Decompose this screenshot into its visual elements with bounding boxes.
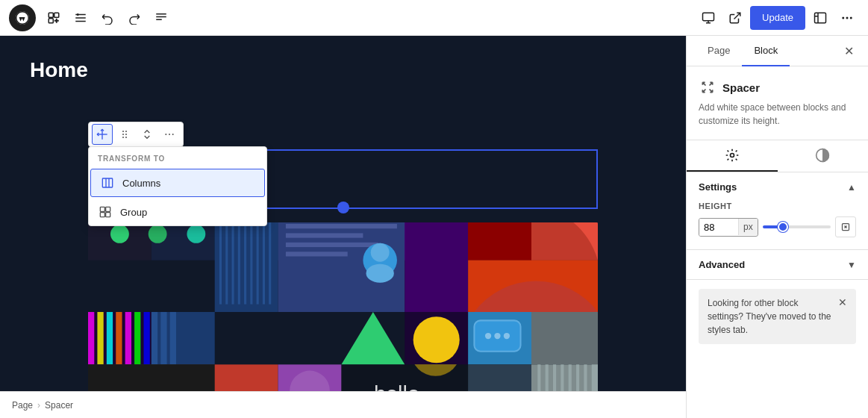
block-more-button[interactable]: [159, 124, 180, 145]
tab-block[interactable]: Block: [742, 36, 790, 66]
svg-rect-73: [170, 312, 176, 364]
height-reset-button[interactable]: [835, 216, 856, 237]
subtab-settings[interactable]: [687, 140, 778, 172]
advanced-section: Advanced ▼: [687, 250, 868, 280]
spacer-resize-handle[interactable]: [337, 202, 349, 213]
page-title: Home: [30, 58, 656, 82]
height-unit: px: [738, 219, 758, 235]
notification-close-button[interactable]: ✕: [838, 296, 847, 308]
settings-section-content: HEIGHT px: [687, 202, 868, 249]
svg-marker-74: [341, 312, 405, 364]
subtab-styles[interactable]: [778, 140, 869, 172]
svg-rect-27: [100, 213, 104, 217]
svg-rect-43: [231, 222, 234, 305]
block-name-label: Spacer: [722, 81, 760, 94]
svg-point-15: [122, 134, 124, 135]
main-toolbar: Update: [0, 0, 868, 36]
svg-rect-71: [152, 312, 157, 364]
svg-point-13: [122, 131, 124, 132]
block-toolbar: [88, 122, 184, 147]
block-editor-button[interactable]: [808, 6, 832, 30]
block-settings-notification: Looking for other block settings? They'v…: [699, 289, 856, 344]
svg-rect-48: [263, 222, 265, 305]
block-info: Spacer Add white space between blocks an…: [687, 66, 868, 140]
svg-rect-69: [144, 312, 150, 364]
svg-point-10: [850, 16, 852, 19]
advanced-title: Advanced: [699, 259, 745, 270]
svg-rect-66: [116, 312, 122, 364]
update-button[interactable]: Update: [750, 6, 805, 30]
height-slider[interactable]: [763, 225, 831, 228]
main-area: Home: [0, 36, 868, 418]
columns-icon: [100, 175, 115, 190]
block-drag-handle[interactable]: [114, 124, 135, 145]
svg-point-77: [413, 316, 460, 363]
svg-rect-52: [286, 233, 363, 237]
more-options-button[interactable]: [835, 6, 859, 30]
transform-columns-item[interactable]: Columns: [90, 169, 265, 197]
redo-button[interactable]: [122, 6, 146, 30]
svg-rect-49: [269, 222, 271, 305]
svg-point-18: [125, 137, 127, 138]
height-label: HEIGHT: [699, 202, 856, 210]
height-input[interactable]: [699, 219, 738, 236]
view-button[interactable]: [696, 6, 720, 30]
svg-rect-47: [257, 222, 259, 305]
svg-rect-44: [238, 222, 240, 305]
svg-rect-65: [107, 312, 113, 364]
sub-tabs: [687, 140, 868, 172]
svg-rect-7: [815, 13, 826, 23]
breadcrumb-block[interactable]: Spacer: [45, 400, 73, 411]
editor-canvas: Home: [0, 36, 686, 418]
svg-rect-59: [468, 222, 531, 261]
height-slider-thumb: [778, 222, 788, 232]
svg-point-38: [149, 225, 167, 243]
svg-rect-26: [106, 207, 110, 211]
tab-page[interactable]: Page: [696, 36, 742, 66]
svg-rect-68: [134, 312, 140, 364]
right-panel: Page Block ✕ Spacer Add white space betw…: [686, 36, 868, 418]
image-area: hello: [88, 222, 598, 403]
settings-chevron-icon: ▲: [847, 182, 856, 193]
transform-label: TRANSFORM TO: [89, 147, 266, 167]
wordpress-logo[interactable]: [9, 4, 36, 31]
notification-text: Looking for other block settings? They'v…: [708, 296, 834, 337]
svg-point-9: [846, 16, 849, 19]
breadcrumb-separator: ›: [37, 400, 40, 411]
undo-button[interactable]: [96, 6, 119, 30]
block-move-button[interactable]: [137, 124, 157, 145]
spacer-block-icon: [699, 78, 716, 96]
height-row: px: [699, 216, 856, 237]
svg-point-16: [125, 134, 127, 135]
svg-point-21: [172, 134, 174, 135]
breadcrumb-page[interactable]: Page: [12, 400, 33, 411]
svg-rect-54: [286, 252, 348, 256]
svg-rect-25: [100, 207, 104, 211]
editor-area: Home: [0, 36, 686, 418]
svg-rect-28: [106, 213, 110, 217]
panel-close-button[interactable]: ✕: [838, 40, 859, 61]
svg-point-17: [122, 137, 124, 138]
svg-point-8: [842, 16, 844, 19]
svg-point-20: [169, 134, 170, 135]
svg-rect-41: [219, 222, 222, 305]
svg-point-39: [187, 225, 205, 243]
height-input-wrap: px: [699, 218, 758, 237]
svg-point-4: [77, 13, 79, 16]
page-title-area: Home: [0, 36, 686, 90]
tools-button[interactable]: [69, 6, 93, 30]
settings-section-header[interactable]: Settings ▲: [687, 172, 868, 202]
advanced-section-header[interactable]: Advanced ▼: [687, 250, 868, 279]
transform-group-item[interactable]: Group: [89, 199, 266, 225]
document-overview-button[interactable]: [149, 6, 173, 30]
preview-button[interactable]: [723, 6, 747, 30]
panel-tabs: Page Block ✕: [687, 36, 868, 66]
svg-rect-2: [54, 13, 59, 17]
block-description: Add white space between blocks and custo…: [699, 101, 856, 128]
svg-point-101: [730, 154, 734, 157]
svg-rect-1: [49, 13, 53, 17]
svg-point-57: [366, 264, 394, 283]
svg-rect-53: [286, 243, 378, 247]
block-transform-button[interactable]: [92, 124, 113, 145]
add-block-button[interactable]: [42, 6, 66, 30]
